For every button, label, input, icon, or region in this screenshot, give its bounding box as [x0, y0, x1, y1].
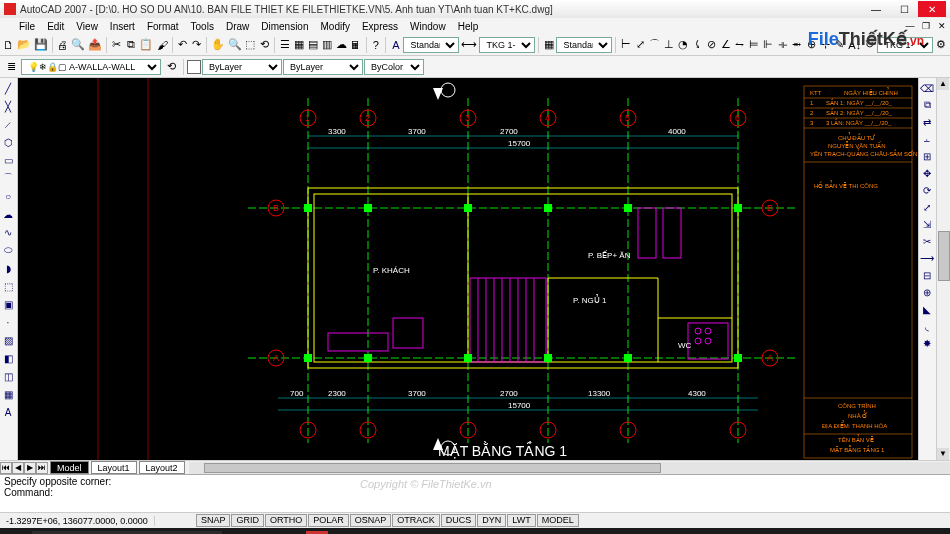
array-icon[interactable]: ⊞ — [919, 148, 935, 164]
tab-layout2[interactable]: Layout2 — [139, 461, 185, 474]
point-icon[interactable]: · — [0, 314, 16, 330]
tab-first-icon[interactable]: ⏮ — [0, 462, 12, 474]
mirror-icon[interactable]: ⇄ — [919, 114, 935, 130]
dim-icon[interactable]: ⟷ — [460, 36, 478, 54]
toggle-model[interactable]: MODEL — [537, 514, 579, 527]
layer-prev-icon[interactable]: ⟲ — [162, 58, 180, 76]
revcloud-icon[interactable]: ☁ — [0, 206, 16, 222]
break-icon[interactable]: ⊟ — [919, 267, 935, 283]
layer-manager-icon[interactable]: ≣ — [2, 58, 20, 76]
hatch-icon[interactable]: ▨ — [0, 332, 16, 348]
linetype-select[interactable]: ByLayer — [202, 59, 282, 75]
properties-icon[interactable]: ☰ — [278, 36, 291, 54]
move-icon[interactable]: ✥ — [919, 165, 935, 181]
menu-help[interactable]: Help — [453, 21, 484, 32]
extend-icon[interactable]: ⟶ — [919, 250, 935, 266]
menu-modify[interactable]: Modify — [316, 21, 355, 32]
toggle-otrack[interactable]: OTRACK — [392, 514, 440, 527]
explorer-icon[interactable]: 🗀 — [278, 528, 306, 534]
line-icon[interactable]: ╱ — [0, 80, 16, 96]
save-icon[interactable]: 💾 — [33, 36, 49, 54]
ellipse-icon[interactable]: ⬭ — [0, 242, 16, 258]
hscroll-thumb[interactable] — [204, 463, 661, 473]
dim-linear-icon[interactable]: ⊢ — [619, 36, 632, 54]
chamfer-icon[interactable]: ◣ — [919, 301, 935, 317]
toolpalette-icon[interactable]: ▤ — [306, 36, 319, 54]
horizontal-scrollbar[interactable] — [189, 462, 950, 474]
unikey-icon[interactable]: ⌨ — [412, 528, 440, 534]
ellipse-arc-icon[interactable]: ◗ — [0, 260, 16, 276]
erase-icon[interactable]: ⌫ — [919, 80, 935, 96]
toggle-ortho[interactable]: ORTHO — [265, 514, 307, 527]
scale-icon[interactable]: ⤢ — [919, 199, 935, 215]
new-icon[interactable]: 🗋 — [2, 36, 15, 54]
fillet-icon[interactable]: ◟ — [919, 318, 935, 334]
dim-quick-icon[interactable]: ⥊ — [733, 36, 746, 54]
offset-icon[interactable]: ⫠ — [919, 131, 935, 147]
chrome-icon[interactable]: ◉ — [328, 528, 356, 534]
designcenter-icon[interactable]: ▦ — [292, 36, 305, 54]
tab-model[interactable]: Model — [50, 461, 89, 474]
undo-icon[interactable]: ↶ — [175, 36, 188, 54]
sheetset-icon[interactable]: ▥ — [321, 36, 334, 54]
publish-icon[interactable]: 📤 — [87, 36, 103, 54]
toggle-polar[interactable]: POLAR — [308, 514, 349, 527]
copy-icon[interactable]: ⧉ — [124, 36, 137, 54]
dim-radius-icon[interactable]: ◔ — [676, 36, 689, 54]
toggle-osnap[interactable]: OSNAP — [350, 514, 392, 527]
insert-block-icon[interactable]: ⬚ — [0, 278, 16, 294]
drawing-canvas[interactable]: 1 2 3 4 5 6 B A B A 3300 3700 2700 4000 … — [18, 78, 918, 460]
pan-icon[interactable]: ✋ — [210, 36, 226, 54]
maximize-button[interactable]: ☐ — [890, 1, 918, 17]
trim-icon[interactable]: ✂ — [919, 233, 935, 249]
vscroll-thumb[interactable] — [938, 231, 950, 281]
menu-file[interactable]: File — [14, 21, 40, 32]
redo-icon[interactable]: ↷ — [190, 36, 203, 54]
tab-prev-icon[interactable]: ◀ — [12, 462, 24, 474]
spline-icon[interactable]: ∿ — [0, 224, 16, 240]
start-button[interactable] — [0, 528, 32, 534]
cut-icon[interactable]: ✂ — [110, 36, 123, 54]
rectangle-icon[interactable]: ▭ — [0, 152, 16, 168]
tablestyle-select[interactable]: Standard — [556, 37, 612, 53]
lineweight-select[interactable]: ByLayer — [283, 59, 363, 75]
dim-break-icon[interactable]: ⥇ — [790, 36, 803, 54]
close-button[interactable]: ✕ — [918, 1, 946, 17]
table-draw-icon[interactable]: ▦ — [0, 386, 16, 402]
toggle-dyn[interactable]: DYN — [477, 514, 506, 527]
vertical-scrollbar[interactable]: ▲ ▼ — [936, 78, 950, 460]
stretch-icon[interactable]: ⇲ — [919, 216, 935, 232]
explode-icon[interactable]: ✸ — [919, 335, 935, 351]
zoom-prev-icon[interactable]: ⟲ — [258, 36, 271, 54]
menu-format[interactable]: Format — [142, 21, 184, 32]
circle-icon[interactable]: ○ — [0, 188, 16, 204]
text-icon[interactable]: A — [389, 36, 402, 54]
menu-view[interactable]: View — [71, 21, 103, 32]
plotstyle-select[interactable]: ByColor — [364, 59, 424, 75]
minimize-button[interactable]: — — [862, 1, 890, 17]
menu-tools[interactable]: Tools — [186, 21, 219, 32]
dim-angular-icon[interactable]: ∠ — [719, 36, 732, 54]
word-icon[interactable]: W — [384, 528, 412, 534]
dim-continue-icon[interactable]: ⊩ — [762, 36, 775, 54]
autocad-task-icon[interactable]: ▲ — [356, 528, 384, 534]
tab-last-icon[interactable]: ⏭ — [36, 462, 48, 474]
join-icon[interactable]: ⊕ — [919, 284, 935, 300]
polygon-icon[interactable]: ⬡ — [0, 134, 16, 150]
textstyle-select[interactable]: Standard — [403, 37, 459, 53]
rotate-icon[interactable]: ⟳ — [919, 182, 935, 198]
cortana-icon[interactable]: ○ — [222, 528, 250, 534]
color-swatch[interactable] — [187, 60, 201, 74]
gradient-icon[interactable]: ◧ — [0, 350, 16, 366]
taskview-icon[interactable]: ⊞ — [250, 528, 278, 534]
mtext-icon[interactable]: A — [0, 404, 16, 420]
markup-icon[interactable]: ☁ — [335, 36, 348, 54]
menu-draw[interactable]: Draw — [221, 21, 254, 32]
table-icon[interactable]: ▦ — [542, 36, 555, 54]
layer-select[interactable]: 💡❄🔒▢ A-WALLA-WALL — [21, 59, 161, 75]
dim-ordinate-icon[interactable]: ⊥ — [662, 36, 675, 54]
preview-icon[interactable]: 🔍 — [70, 36, 86, 54]
open-icon[interactable]: 📂 — [16, 36, 32, 54]
xline-icon[interactable]: ╳ — [0, 98, 16, 114]
zoom-icon[interactable]: 🔍 — [227, 36, 243, 54]
